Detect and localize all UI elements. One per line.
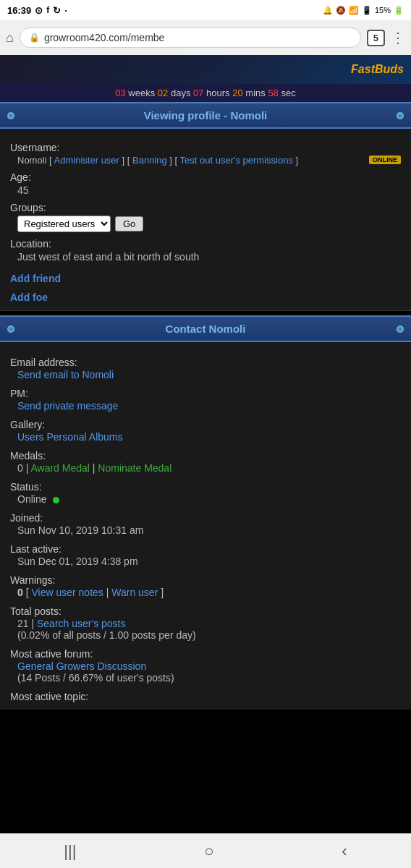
test-permissions-link[interactable]: Test out user's permissions bbox=[180, 155, 293, 166]
recents-icon[interactable]: ||| bbox=[64, 842, 76, 861]
warnings-label: Warnings: bbox=[10, 574, 401, 586]
username-row: Nomoli [ Administer user ] [ Banning ] [… bbox=[10, 153, 401, 166]
group-select[interactable]: Registered users bbox=[17, 216, 111, 232]
nominate-medal-link[interactable]: Nominate Medal bbox=[98, 462, 171, 474]
status-row: Status: Online bbox=[10, 481, 401, 505]
wifi-icon: 📶 bbox=[349, 6, 359, 15]
add-foe-link[interactable]: Add foe bbox=[10, 292, 401, 303]
status-value: Online bbox=[10, 493, 401, 505]
timer-days: 02 bbox=[158, 88, 168, 98]
banner: FastBuds bbox=[0, 55, 411, 84]
warnings-row: Warnings: 0 [ View user notes | Warn use… bbox=[10, 574, 401, 598]
time: 16:39 bbox=[7, 5, 31, 16]
total-posts-label: Total posts: bbox=[10, 605, 401, 617]
contact-header: Contact Nomoli bbox=[0, 315, 411, 342]
mute-icon: 🔕 bbox=[336, 6, 346, 15]
contact-section: Email address: Send email to Nomoli PM: … bbox=[0, 342, 411, 710]
profile-section: Username: Nomoli [ Administer user ] [ B… bbox=[0, 129, 411, 311]
medals-label: Medals: bbox=[10, 450, 401, 461]
groups-row: Registered users Go bbox=[10, 216, 401, 232]
banning-link[interactable]: Banning bbox=[132, 155, 167, 166]
age-value: 45 bbox=[10, 184, 401, 196]
status-right: 🔔 🔕 📶 📱 15% 🔋 bbox=[323, 6, 404, 15]
most-active-forum-label: Most active forum: bbox=[10, 648, 401, 660]
location-value: Just west of east and a bit north of sou… bbox=[10, 251, 401, 263]
view-user-notes-link[interactable]: View user notes bbox=[31, 587, 103, 598]
last-active-label: Last active: bbox=[10, 543, 401, 555]
browser-bar: ⌂ 🔒 growroom420.com/membe 5 ⋮ bbox=[0, 20, 411, 55]
timer-days-label: days bbox=[171, 88, 193, 98]
warning-count: 0 bbox=[17, 587, 23, 598]
username-value: Nomoli [ Administer user ] [ Banning ] [… bbox=[10, 155, 298, 166]
medals-row: Medals: 0 | Award Medal | Nominate Medal bbox=[10, 450, 401, 474]
timer-weeks: 03 bbox=[115, 88, 125, 98]
award-medal-link[interactable]: Award Medal bbox=[30, 462, 89, 474]
username-label: Username: bbox=[10, 142, 401, 153]
brand-name: FastBuds bbox=[351, 63, 404, 76]
home-icon[interactable]: ⌂ bbox=[6, 30, 14, 46]
posts-stats: (0.02% of all posts / 1.00 posts per day… bbox=[17, 629, 196, 641]
email-value: Send email to Nomoli bbox=[10, 369, 401, 380]
warn-user-link[interactable]: Warn user bbox=[111, 587, 158, 598]
email-row: Email address: Send email to Nomoli bbox=[10, 357, 401, 380]
medal-count: 0 bbox=[17, 462, 23, 474]
timer-hours: 07 bbox=[193, 88, 203, 98]
last-active-row: Last active: Sun Dec 01, 2019 4:38 pm bbox=[10, 543, 401, 567]
total-posts-count: 21 bbox=[17, 618, 29, 629]
online-badge: ONLINE bbox=[369, 156, 401, 164]
battery-percent: 15% bbox=[375, 6, 391, 14]
timer-secs: 58 bbox=[268, 88, 278, 98]
status-left: 16:39 ⊙ f ↻ · bbox=[7, 5, 67, 16]
total-posts-row: Total posts: 21 | Search user's posts (0… bbox=[10, 605, 401, 641]
browser-url: growroom420.com/membe bbox=[44, 32, 352, 43]
age-label: Age: bbox=[10, 171, 401, 183]
location-label: Location: bbox=[10, 238, 401, 250]
bottom-nav: ||| ○ ‹ bbox=[0, 833, 411, 868]
most-active-topic-row: Most active topic: bbox=[10, 691, 401, 702]
username-text: Nomoli bbox=[17, 155, 46, 166]
total-posts-value: 21 | Search user's posts (0.02% of all p… bbox=[10, 618, 401, 641]
administer-user-link[interactable]: Administer user bbox=[54, 155, 119, 166]
battery-icon: 🔋 bbox=[394, 6, 404, 15]
contact-title: Contact Nomoli bbox=[166, 323, 246, 335]
joined-value: Sun Nov 10, 2019 10:31 am bbox=[10, 524, 401, 536]
most-active-forum-value: General Growers Discussion (14 Posts / 6… bbox=[10, 660, 401, 684]
header-dot-left bbox=[7, 112, 14, 119]
email-label: Email address: bbox=[10, 357, 401, 368]
url-bar[interactable]: 🔒 growroom420.com/membe bbox=[20, 27, 361, 48]
gallery-label: Gallery: bbox=[10, 419, 401, 430]
search-user-posts-link[interactable]: Search user's posts bbox=[37, 618, 126, 629]
most-active-forum-link[interactable]: General Growers Discussion bbox=[17, 660, 146, 672]
send-email-link[interactable]: Send email to Nomoli bbox=[17, 369, 114, 380]
lock-icon: 🔒 bbox=[29, 33, 40, 43]
add-friend-link[interactable]: Add friend bbox=[10, 273, 401, 284]
pm-row: PM: Send private message bbox=[10, 388, 401, 412]
go-button[interactable]: Go bbox=[115, 216, 143, 231]
tab-count[interactable]: 5 bbox=[367, 30, 385, 46]
timer-secs-label: sec bbox=[281, 88, 295, 98]
home-nav-icon[interactable]: ○ bbox=[204, 842, 213, 861]
viewing-profile-title: Viewing profile - Nomoli bbox=[144, 109, 268, 122]
medals-value: 0 | Award Medal | Nominate Medal bbox=[10, 462, 401, 474]
viewing-profile-header: Viewing profile - Nomoli bbox=[0, 102, 411, 129]
status-bar: 16:39 ⊙ f ↻ · 🔔 🔕 📶 📱 15% 🔋 bbox=[0, 0, 411, 20]
timer-mins: 20 bbox=[232, 88, 242, 98]
header-dot-right bbox=[397, 112, 404, 119]
menu-icon[interactable]: ⋮ bbox=[391, 29, 405, 46]
back-icon[interactable]: ‹ bbox=[342, 842, 347, 861]
dot-icon: · bbox=[64, 5, 67, 16]
contact-dot-right bbox=[397, 326, 404, 333]
timer-mins-label: mins bbox=[245, 88, 268, 98]
forum-stats: (14 Posts / 66.67% of user's posts) bbox=[17, 672, 174, 684]
refresh-icon: ↻ bbox=[53, 5, 61, 16]
online-dot-icon bbox=[53, 497, 59, 503]
joined-label: Joined: bbox=[10, 512, 401, 524]
timer-hours-label: hours bbox=[206, 88, 232, 98]
status-label: Status: bbox=[10, 481, 401, 493]
groups-label: Groups: bbox=[10, 202, 401, 213]
gallery-link[interactable]: Users Personal Albums bbox=[17, 431, 123, 443]
send-pm-link[interactable]: Send private message bbox=[17, 400, 118, 412]
status-text: Online bbox=[17, 493, 46, 505]
signal-icon: 📱 bbox=[362, 6, 372, 15]
gallery-row: Gallery: Users Personal Albums bbox=[10, 419, 401, 443]
